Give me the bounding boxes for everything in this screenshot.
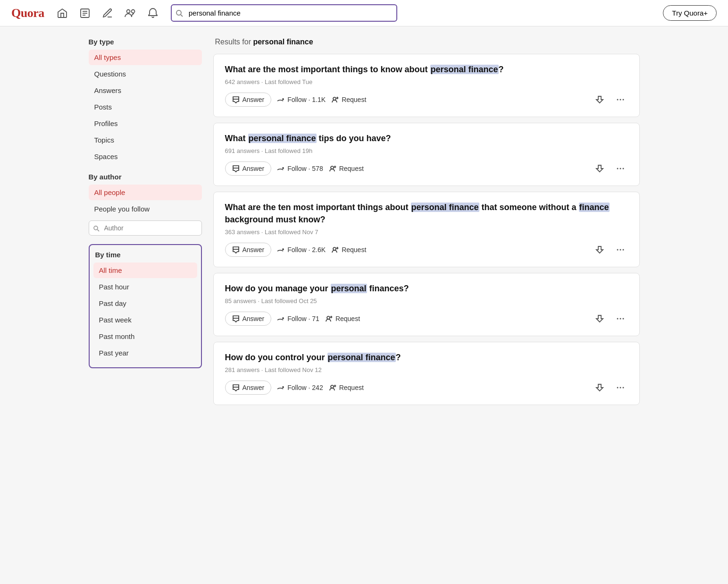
result-title[interactable]: What personal finance tips do you have?	[225, 133, 628, 144]
request-button[interactable]: Request	[331, 246, 366, 254]
result-meta: 691 answers · Last followed 19h	[225, 147, 628, 154]
sidebar-type-topics[interactable]: Topics	[89, 132, 202, 148]
more-options-button[interactable]	[613, 380, 628, 395]
svg-point-25	[622, 318, 624, 319]
result-title[interactable]: How do you control your personal finance…	[225, 352, 628, 364]
answer-button[interactable]: Answer	[225, 381, 272, 395]
sidebar-author-people-you-follow[interactable]: People you follow	[89, 201, 202, 217]
main-layout: By type All typesQuestionsAnswersPostsPr…	[81, 26, 647, 422]
svg-point-8	[94, 226, 98, 230]
more-options-button[interactable]	[613, 311, 628, 326]
svg-point-15	[617, 168, 618, 169]
svg-point-11	[617, 99, 618, 101]
spaces-nav-icon[interactable]	[124, 7, 137, 20]
answer-button[interactable]: Answer	[225, 243, 272, 257]
result-card: What are the most important things to kn…	[213, 54, 640, 117]
result-title[interactable]: What are the ten most important things a…	[225, 202, 628, 225]
downvote-button[interactable]	[592, 242, 607, 257]
sidebar-time-past-month[interactable]: Past month	[93, 329, 197, 344]
by-time-section: By time All timePast hourPast dayPast we…	[89, 244, 202, 368]
svg-line-9	[97, 230, 99, 232]
answer-button[interactable]: Answer	[225, 312, 272, 326]
more-options-button[interactable]	[613, 242, 628, 257]
svg-point-27	[617, 387, 618, 389]
result-meta: 85 answers · Last followed Oct 25	[225, 297, 628, 305]
sidebar-type-spaces[interactable]: Spaces	[89, 149, 202, 164]
header: Quora	[0, 0, 728, 26]
svg-point-29	[622, 387, 624, 389]
svg-point-5	[131, 9, 134, 13]
search-input[interactable]	[171, 4, 397, 22]
author-search-input[interactable]	[89, 220, 202, 236]
sidebar-time-all-time[interactable]: All time	[93, 262, 197, 278]
sidebar-time-past-year[interactable]: Past year	[93, 345, 197, 361]
request-button[interactable]: Request	[325, 315, 360, 322]
sidebar-time-past-hour[interactable]: Past hour	[93, 279, 197, 295]
results-query: personal finance	[253, 38, 313, 46]
result-actions: Answer Follow · 242 Request	[225, 380, 628, 395]
result-card: How do you control your personal finance…	[213, 342, 640, 405]
result-actions: Answer Follow · 1.1K Request	[225, 92, 628, 107]
sidebar-type-questions[interactable]: Questions	[89, 66, 202, 82]
try-quora-button[interactable]: Try Quora+	[663, 5, 717, 21]
sidebar-type-posts[interactable]: Posts	[89, 99, 202, 115]
follow-button[interactable]: Follow · 242	[277, 384, 323, 391]
svg-point-6	[176, 10, 181, 15]
svg-point-19	[617, 249, 618, 250]
notifications-nav-icon[interactable]	[146, 7, 159, 20]
downvote-button[interactable]	[592, 380, 607, 395]
result-title[interactable]: What are the most important things to kn…	[225, 64, 628, 76]
request-button[interactable]: Request	[331, 96, 366, 103]
more-options-button[interactable]	[613, 92, 628, 107]
request-button[interactable]: Request	[329, 165, 364, 172]
result-card: What are the ten most important things a…	[213, 192, 640, 267]
results-area: Results for personal finance What are th…	[213, 38, 640, 411]
by-type-title: By type	[89, 38, 202, 46]
by-time-title: By time	[93, 251, 197, 259]
more-options-button[interactable]	[613, 161, 628, 176]
sidebar-type-all-types[interactable]: All types	[89, 50, 202, 65]
sidebar-type-answers[interactable]: Answers	[89, 83, 202, 98]
result-meta: 642 answers · Last followed Tue	[225, 78, 628, 85]
sidebar-time-past-day[interactable]: Past day	[93, 296, 197, 311]
result-cards: What are the most important things to kn…	[213, 54, 640, 405]
svg-point-24	[619, 318, 621, 319]
feed-nav-icon[interactable]	[78, 7, 92, 20]
downvote-button[interactable]	[592, 161, 607, 176]
result-card: What personal finance tips do you have?6…	[213, 123, 640, 186]
sidebar: By type All typesQuestionsAnswersPostsPr…	[89, 38, 202, 411]
follow-button[interactable]: Follow · 2.6K	[277, 246, 326, 254]
svg-line-7	[181, 15, 183, 17]
result-actions: Answer Follow · 578 Request	[225, 161, 628, 176]
result-meta: 363 answers · Last followed Nov 7	[225, 229, 628, 236]
follow-button[interactable]: Follow · 1.1K	[277, 96, 326, 103]
author-filters: All peoplePeople you follow	[89, 185, 202, 217]
type-filters: All typesQuestionsAnswersPostsProfilesTo…	[89, 50, 202, 164]
svg-point-28	[619, 387, 621, 389]
svg-point-16	[619, 168, 621, 169]
sidebar-time-past-week[interactable]: Past week	[93, 312, 197, 328]
write-nav-icon[interactable]	[101, 7, 114, 20]
follow-button[interactable]: Follow · 71	[277, 315, 319, 322]
result-card: How do you manage your personal finances…	[213, 273, 640, 336]
follow-button[interactable]: Follow · 578	[277, 165, 323, 172]
svg-point-21	[622, 249, 624, 250]
author-search-icon	[93, 224, 100, 232]
results-header: Results for personal finance	[213, 38, 640, 46]
answer-button[interactable]: Answer	[225, 93, 272, 107]
downvote-button[interactable]	[592, 92, 607, 107]
request-button[interactable]: Request	[329, 384, 364, 391]
author-search-container	[89, 220, 202, 236]
svg-point-22	[327, 316, 330, 319]
svg-point-23	[617, 318, 618, 319]
svg-point-20	[619, 249, 621, 250]
result-title[interactable]: How do you manage your personal finances…	[225, 283, 628, 295]
sidebar-type-profiles[interactable]: Profiles	[89, 116, 202, 131]
svg-point-18	[333, 247, 336, 250]
downvote-button[interactable]	[592, 311, 607, 326]
sidebar-author-all-people[interactable]: All people	[89, 185, 202, 200]
home-nav-icon[interactable]	[56, 7, 69, 20]
quora-logo: Quora	[11, 6, 44, 20]
answer-button[interactable]: Answer	[225, 161, 272, 176]
svg-point-4	[126, 9, 130, 13]
